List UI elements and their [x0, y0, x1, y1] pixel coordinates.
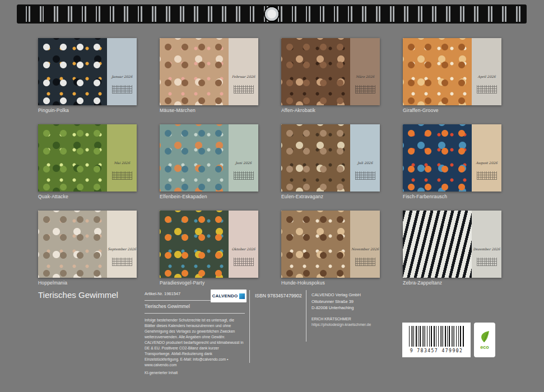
- month-artwork: [403, 124, 472, 192]
- month-artwork: [403, 38, 472, 105]
- month-caption: Affen-Akrobatik: [281, 108, 380, 113]
- legal-text: Infolge bestehender Schutzrechte ist es …: [145, 318, 245, 376]
- month-artwork: [38, 38, 107, 105]
- legal-note: KI-generierter Inhalt: [145, 370, 245, 376]
- calvendo-logo-text: CALVENDO: [212, 293, 238, 298]
- month-label: Oktober 2026: [232, 247, 255, 251]
- month-thumbnail: Januar 2026: [38, 38, 137, 105]
- mini-calendar-grid: [112, 85, 132, 94]
- month-caption: Eulen-Extravaganz: [281, 194, 380, 199]
- barcode-digits: 9 783457 479902: [410, 348, 463, 353]
- divider: [145, 313, 245, 314]
- mini-calendar-grid: [355, 171, 375, 180]
- mini-calendar-grid: [477, 85, 497, 94]
- calvendo-logo-icon: [239, 293, 245, 299]
- month-thumbnail: Oktober 2026: [160, 211, 258, 278]
- month-thumbnail: April 2026: [403, 38, 501, 105]
- month-thumbnail: Dezember 2026: [403, 211, 501, 278]
- calendar-page-6: Juni 2026Elfenbein-Eskapaden: [160, 124, 258, 199]
- mini-calendar-panel: September 2026: [107, 211, 137, 278]
- calendar-page-11: November 2026Hunde-Hokuspokus: [281, 211, 380, 286]
- calendar-page-5: Mai 2026Quak-Attacke: [38, 124, 137, 199]
- month-label: März 2026: [356, 74, 374, 78]
- publisher-column: CALVENDO Verlag GmbH Ottobrunner Straße …: [311, 292, 371, 328]
- month-thumbnail: Juli 2026: [281, 124, 380, 192]
- mini-calendar-grid: [355, 258, 375, 266]
- mini-calendar-panel: Dezember 2026: [472, 211, 501, 278]
- month-artwork: [160, 211, 229, 278]
- mini-calendar-grid: [477, 171, 497, 180]
- mini-calendar-panel: Mai 2026: [107, 124, 137, 192]
- spiral-binding: [17, 4, 527, 24]
- month-label: Februar 2026: [232, 74, 255, 78]
- calendar-page-4: April 2026Giraffen-Groove: [403, 38, 501, 113]
- mini-calendar-grid: [234, 171, 254, 180]
- mini-calendar-panel: April 2026: [472, 38, 501, 105]
- calendar-page-2: Februar 2026Mäuse-Märchen: [160, 38, 258, 113]
- mini-calendar-panel: März 2026: [350, 38, 380, 105]
- mini-calendar-grid: [234, 258, 254, 266]
- mini-calendar-panel: November 2026: [350, 211, 380, 278]
- month-caption: Quak-Attacke: [38, 194, 137, 199]
- mini-calendar-grid: [477, 258, 497, 266]
- month-caption: Fisch-Farbenrausch: [403, 194, 501, 199]
- mini-calendar-grid: [355, 85, 375, 94]
- eco-logo: eco: [474, 323, 495, 357]
- month-caption: Zebra-Zappeltanz: [403, 280, 501, 286]
- barcode: 9 783457 479902: [402, 323, 471, 357]
- mini-calendar-panel: August 2026: [472, 124, 501, 192]
- month-thumbnail: Mai 2026: [38, 124, 137, 192]
- month-label: September 2026: [108, 247, 136, 251]
- month-label: April 2026: [478, 74, 496, 78]
- month-artwork: [38, 124, 107, 192]
- month-label: November 2026: [351, 247, 379, 251]
- publisher-street: Ottobrunner Straße 39: [311, 298, 371, 305]
- month-caption: Giraffen-Groove: [403, 108, 501, 113]
- calvendo-logo: CALVENDO: [211, 290, 247, 302]
- month-artwork: [403, 211, 472, 278]
- divider-vertical: [306, 290, 306, 342]
- month-label: Januar 2026: [111, 74, 132, 78]
- month-thumbnail: September 2026: [38, 211, 137, 278]
- legal-paragraph: Infolge bestehender Schutzrechte ist es …: [145, 318, 245, 368]
- calendar-page-3: März 2026Affen-Akrobatik: [281, 38, 380, 113]
- mini-calendar-panel: Juli 2026: [350, 124, 380, 192]
- month-artwork: [281, 124, 350, 192]
- month-label: Mai 2026: [114, 161, 130, 165]
- publisher-name: CALVENDO Verlag GmbH: [311, 292, 371, 298]
- eco-label: eco: [480, 344, 489, 350]
- calendar-title-small: Tierisches Gewimmel: [145, 304, 245, 309]
- publisher-address: CALVENDO Verlag GmbH Ottobrunner Straße …: [311, 292, 371, 311]
- month-thumbnail: August 2026: [403, 124, 501, 192]
- month-artwork: [160, 38, 229, 105]
- month-thumbnail: Februar 2026: [160, 38, 258, 105]
- calendar-page-1: Januar 2026Pinguin-Polka: [38, 38, 137, 113]
- month-artwork: [281, 211, 350, 278]
- divider-vertical: [249, 290, 250, 363]
- calendar-page-12: Dezember 2026Zebra-Zappeltanz: [403, 211, 501, 286]
- calendar-page-9: September 2026Hoppelmania: [38, 211, 137, 286]
- month-label: Juni 2026: [235, 161, 252, 165]
- month-caption: Paradiesvogel-Party: [160, 280, 258, 286]
- calendar-grid: Januar 2026Pinguin-PolkaFebruar 2026Mäus…: [38, 38, 501, 286]
- mini-calendar-panel: Januar 2026: [107, 38, 137, 105]
- month-thumbnail: März 2026: [281, 38, 380, 105]
- mini-calendar-panel: Februar 2026: [229, 38, 258, 105]
- mini-calendar-grid: [112, 258, 132, 266]
- month-label: Juli 2026: [357, 161, 373, 165]
- author-block: ERICH KRÄTSCHMER https://photodesign-kra…: [311, 316, 371, 328]
- month-thumbnail: Juni 2026: [160, 124, 258, 192]
- author-name: ERICH KRÄTSCHMER: [311, 316, 371, 323]
- month-label: Dezember 2026: [473, 247, 500, 251]
- publisher-city: D-82008 Unterhaching: [311, 305, 371, 311]
- barcode-bars-icon: [409, 326, 464, 347]
- author-website: https://photodesign-kraetschmer.de: [311, 322, 371, 328]
- month-artwork: [281, 38, 350, 105]
- calendar-page-7: Juli 2026Eulen-Extravaganz: [281, 124, 380, 199]
- mini-calendar-panel: Oktober 2026: [229, 211, 258, 278]
- month-caption: Hoppelmania: [38, 280, 137, 286]
- month-label: August 2026: [476, 161, 497, 165]
- mini-calendar-grid: [112, 171, 132, 180]
- mini-calendar-grid: [234, 85, 254, 94]
- calendar-page-8: August 2026Fisch-Farbenrausch: [403, 124, 501, 199]
